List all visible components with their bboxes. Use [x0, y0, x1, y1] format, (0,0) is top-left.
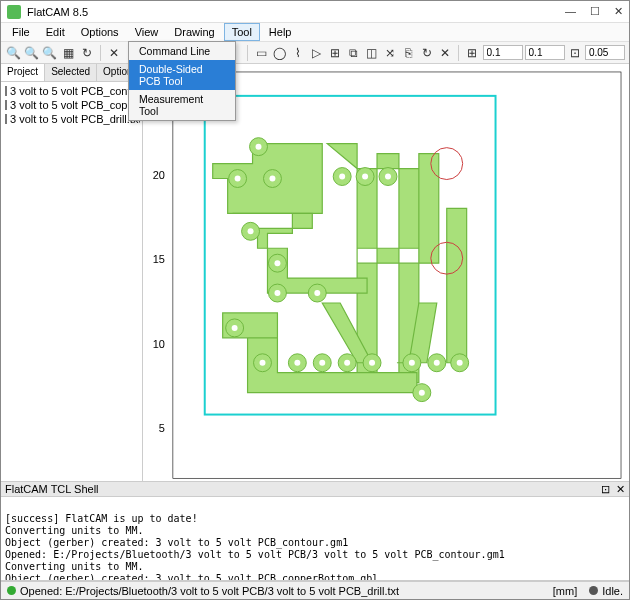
- checkbox-icon[interactable]: [5, 114, 7, 124]
- svg-point-24: [362, 174, 368, 180]
- svg-point-28: [248, 228, 254, 234]
- project-item[interactable]: 3 volt to 5 volt PCB_copperBottom.gbl: [3, 98, 140, 112]
- svg-point-18: [235, 176, 241, 182]
- zoom-in-icon[interactable]: 🔍: [5, 44, 21, 62]
- project-list: 3 volt to 5 volt PCB_contour.gm13 volt t…: [1, 82, 142, 481]
- menu-options[interactable]: Options: [74, 24, 126, 40]
- window-title: FlatCAM 8.5: [27, 6, 565, 18]
- buffer-icon[interactable]: ◫: [363, 44, 379, 62]
- toolbar-separator: [458, 45, 459, 61]
- menu-file[interactable]: File: [5, 24, 37, 40]
- svg-point-54: [419, 390, 425, 396]
- svg-point-20: [269, 176, 275, 182]
- menu-edit[interactable]: Edit: [39, 24, 72, 40]
- tool-menu-item[interactable]: Double-Sided PCB Tool: [129, 60, 235, 90]
- project-item-label: 3 volt to 5 volt PCB_contour.gm1: [10, 85, 140, 97]
- svg-text:20: 20: [153, 169, 165, 181]
- tool-dropdown: Command LineDouble-Sided PCB ToolMeasure…: [128, 41, 236, 121]
- svg-text:35: 35: [605, 480, 617, 481]
- delobj-icon[interactable]: ✕: [437, 44, 453, 62]
- sidebar: ProjectSelectedOptionsTool 3 volt to 5 v…: [1, 64, 143, 481]
- svg-text:0: 0: [185, 480, 191, 481]
- toolbar-separator: [247, 45, 248, 61]
- svg-text:5: 5: [159, 422, 165, 434]
- close-button[interactable]: ✕: [614, 5, 623, 18]
- draw-icon[interactable]: ◯: [272, 44, 288, 62]
- plot-canvas[interactable]: 5 10 15 20 25 0 5 10 15 20 25 30 35: [143, 64, 629, 481]
- tool-menu-item[interactable]: Measurement Tool: [129, 90, 235, 120]
- rotate-icon[interactable]: ↻: [419, 44, 435, 62]
- project-item-label: 3 volt to 5 volt PCB_copperBottom.gbl: [10, 99, 140, 111]
- menu-drawing[interactable]: Drawing: [167, 24, 221, 40]
- svg-point-22: [339, 174, 345, 180]
- svg-point-40: [294, 360, 300, 366]
- project-item[interactable]: 3 volt to 5 volt PCB_contour.gm1: [3, 84, 140, 98]
- svg-text:5: 5: [248, 480, 254, 481]
- svg-point-52: [457, 360, 463, 366]
- svg-text:20: 20: [433, 480, 445, 481]
- status-indicator-icon: [7, 586, 16, 595]
- svg-text:10: 10: [153, 338, 165, 350]
- svg-point-36: [232, 325, 238, 331]
- menu-help[interactable]: Help: [262, 24, 299, 40]
- zoom-fit-icon[interactable]: 🔍: [42, 44, 58, 62]
- sidebar-tab-project[interactable]: Project: [1, 64, 45, 81]
- polyline-icon[interactable]: ⌇: [290, 44, 306, 62]
- titlebar: FlatCAM 8.5 — ☐ ✕: [1, 1, 629, 23]
- sidebar-tab-selected[interactable]: Selected: [45, 64, 97, 81]
- move-icon[interactable]: ⤨: [382, 44, 398, 62]
- svg-point-32: [274, 290, 280, 296]
- clear-plot-icon[interactable]: ▦: [60, 44, 76, 62]
- shell-undock-icon[interactable]: ⊡: [601, 483, 610, 496]
- shell-close-icon[interactable]: ✕: [616, 483, 625, 496]
- checkbox-icon[interactable]: [5, 100, 7, 110]
- gridy-input[interactable]: [525, 45, 565, 60]
- svg-point-16: [256, 144, 262, 150]
- svg-rect-0: [173, 72, 621, 478]
- tool-menu-item[interactable]: Command Line: [129, 42, 235, 60]
- status-units: [mm]: [553, 585, 577, 597]
- sidebar-tabs: ProjectSelectedOptionsTool: [1, 64, 142, 82]
- project-item-label: 3 volt to 5 volt PCB_drill.txt: [10, 113, 140, 125]
- svg-text:25: 25: [495, 480, 507, 481]
- svg-point-42: [319, 360, 325, 366]
- shell-title: FlatCAM TCL Shell: [5, 483, 99, 495]
- status-idle: Idle.: [602, 585, 623, 597]
- minimize-button[interactable]: —: [565, 5, 576, 18]
- project-item[interactable]: 3 volt to 5 volt PCB_drill.txt: [3, 112, 140, 126]
- shell-header: FlatCAM TCL Shell ⊡ ✕: [1, 481, 629, 497]
- copy-icon[interactable]: ⎘: [400, 44, 416, 62]
- shell-output[interactable]: [success] FlatCAM is up to date! Convert…: [1, 497, 629, 581]
- menu-tool[interactable]: Tool: [224, 23, 260, 41]
- checkbox-icon[interactable]: [5, 86, 7, 96]
- grid-icon[interactable]: ⊞: [464, 44, 480, 62]
- svg-point-38: [260, 360, 266, 366]
- app-icon: [7, 5, 21, 19]
- svg-point-44: [344, 360, 350, 366]
- maximize-button[interactable]: ☐: [590, 5, 600, 18]
- gridx-input[interactable]: [483, 45, 523, 60]
- status-message: Opened: E:/Projects/Bluetooth/3 volt to …: [20, 585, 399, 597]
- snap-input[interactable]: [585, 45, 625, 60]
- edit-icon[interactable]: ▷: [308, 44, 324, 62]
- toolbar: 🔍 🔍 🔍 ▦ ↻ ✕ ▣ ▭ ◯ ⌇ ▷ ⊞ ⧉ ◫ ⤨ ⎘ ↻ ✕ ⊞ ⊡: [1, 42, 629, 64]
- snap-icon[interactable]: ⊡: [567, 44, 583, 62]
- window-controls: — ☐ ✕: [565, 5, 623, 18]
- svg-point-34: [314, 290, 320, 296]
- svg-point-48: [409, 360, 415, 366]
- measure-icon[interactable]: ⊞: [327, 44, 343, 62]
- svg-point-26: [385, 174, 391, 180]
- delete-icon[interactable]: ✕: [106, 44, 122, 62]
- menubar: FileEditOptionsViewDrawingToolHelpComman…: [1, 23, 629, 42]
- zoom-out-icon[interactable]: 🔍: [23, 44, 39, 62]
- replot-icon[interactable]: ↻: [78, 44, 94, 62]
- menu-view[interactable]: View: [128, 24, 166, 40]
- svg-point-46: [369, 360, 375, 366]
- select-icon[interactable]: ▭: [253, 44, 269, 62]
- svg-text:10: 10: [307, 480, 319, 481]
- svg-text:30: 30: [558, 480, 570, 481]
- union-icon[interactable]: ⧉: [345, 44, 361, 62]
- plot-svg: 5 10 15 20 25 0 5 10 15 20 25 30 35: [143, 64, 629, 481]
- idle-indicator-icon: [589, 586, 598, 595]
- svg-text:15: 15: [370, 480, 382, 481]
